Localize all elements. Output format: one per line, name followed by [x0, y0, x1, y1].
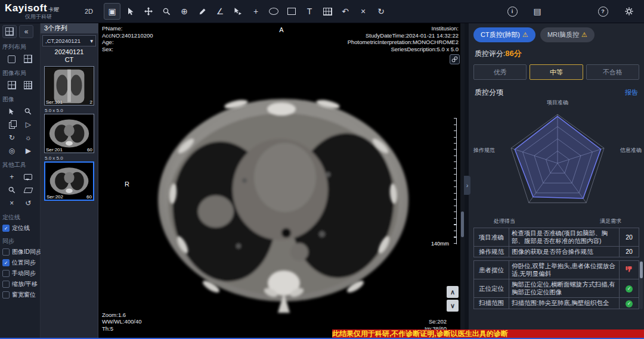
qc-panel: CT质控(肺部) ⚠ MRI脑质控 ⚠ 质控评分:86分 优秀 中等 不合格 质… [469, 23, 644, 338]
report-doc-button[interactable]: ▤ [530, 4, 545, 19]
study-selector-value: ,CT,20240121 [45, 38, 80, 44]
criterion-score: 20 [620, 247, 639, 257]
checkbox-icon [2, 225, 10, 232]
clear-tool[interactable]: × [5, 197, 19, 209]
undo-button[interactable]: ↶ [338, 4, 353, 19]
image-zoom-tool[interactable] [21, 105, 35, 117]
section-locator: 定位线 [2, 213, 38, 222]
expand-panel-button[interactable]: › [464, 176, 470, 195]
radar-label-operation: 操作规范 [473, 147, 495, 154]
toolbar-right-group: i ▤ [503, 4, 546, 19]
link-series-button[interactable] [450, 54, 460, 64]
comment-tool[interactable] [21, 171, 35, 183]
image-pointer-tool[interactable] [5, 105, 19, 117]
previous-slice-button[interactable]: ∧ [447, 286, 459, 298]
collapse-panel-button[interactable]: « [19, 25, 33, 38]
copy-icon [9, 122, 15, 129]
image-layout-3x3-button[interactable] [21, 79, 35, 91]
criterion-name: 扫描范围 [474, 298, 509, 309]
criterion-score: 20 [620, 228, 639, 247]
window-icon [5, 27, 14, 36]
add-annotation-tool[interactable]: + [248, 4, 264, 19]
image-count: 60 [86, 194, 92, 200]
tab-mri-brain-qc[interactable]: MRI脑质控 ⚠ [540, 27, 595, 42]
angle-tool[interactable]: ∠ [212, 4, 228, 19]
crosshair-tool[interactable]: ⊕ [177, 4, 192, 19]
sync-position-checkbox[interactable]: 位置同步 [0, 257, 40, 268]
table-row: 正位定位 胸部正位定位,横断面螺旋方式扫描,有胸部正位定位图像 [474, 279, 639, 298]
restore-tool[interactable]: ↺ [21, 197, 35, 209]
locator-line-checkbox[interactable]: 定位线 [0, 223, 40, 234]
checkbox-icon [2, 259, 10, 266]
help-button[interactable]: ? [595, 4, 611, 19]
info-button[interactable]: i [504, 4, 520, 19]
cell-grid-tool[interactable] [320, 4, 335, 19]
table-scrollbar-thumb[interactable] [640, 262, 643, 278]
layout-preset-icon[interactable]: ▣ [104, 3, 120, 20]
rotate-tool[interactable]: ↻ [5, 132, 19, 144]
brand-name-cn: 卡耀 [48, 7, 59, 13]
settings-button[interactable] [621, 4, 637, 19]
brightness-tool[interactable]: ☼ [21, 132, 35, 144]
rect-roi-tool[interactable] [284, 4, 299, 19]
delete-annotation-tool[interactable]: × [355, 4, 371, 19]
ellipse-roi-tool[interactable] [266, 4, 281, 19]
report-link[interactable]: 报告 [625, 88, 638, 97]
criterion-desc: 检查项目是否准确(项目如脑部、胸部、腹部是否在标准的范围内容) [509, 228, 620, 247]
qc-score-row: 质控评分:86分 [475, 48, 638, 59]
slice-thickness: Th:5 [102, 325, 142, 332]
next-slice-button[interactable]: ∨ [447, 300, 459, 312]
add-tool[interactable]: + [5, 171, 19, 183]
series-thumbnail-101[interactable]: Ser:101 2 [44, 66, 94, 105]
reset-tool[interactable]: ↻ [373, 4, 389, 19]
eraser-icon [23, 188, 33, 193]
grade-medium-button[interactable]: 中等 [530, 64, 583, 80]
pencil-tool[interactable] [194, 4, 210, 19]
sync-zoom-pan-checkbox[interactable]: 缩放/平移 [0, 279, 40, 290]
eraser-tool[interactable] [21, 184, 35, 196]
trigger-pointer-tool[interactable] [230, 4, 246, 19]
layout-grid-icon [8, 81, 16, 89]
search-tool[interactable] [5, 184, 19, 196]
pointer-tool[interactable] [123, 4, 138, 19]
zoom-factor: Zoom:1.6 [102, 312, 142, 319]
brand-name: Kayisoft [5, 2, 47, 14]
grade-fail-button[interactable]: 不合格 [586, 64, 639, 80]
target-settings-tool[interactable]: ◎ [5, 145, 19, 157]
table-row: 患者摆位 仰卧位,双臂上举抱头,患者体位摆放合适,无明显偏斜 [474, 261, 639, 279]
disclaimer-banner: 此结果仅用于科研,不作诊断证明,诊断以医生出具的诊断 [332, 329, 644, 338]
text-annotation-tool[interactable]: T [302, 4, 317, 19]
series-thumbnail-201[interactable]: Ser:201 60 [44, 114, 94, 153]
pan-tool[interactable] [141, 4, 156, 19]
send-image-tool[interactable]: ▷ [21, 119, 35, 130]
tab-ct-lung-qc[interactable]: CT质控(肺部) ⚠ [473, 27, 535, 42]
cine-play-button[interactable]: ▶ [21, 145, 35, 157]
image-layout-2x2-button[interactable] [5, 79, 19, 91]
grade-excellent-button[interactable]: 优秀 [473, 64, 527, 80]
series-thumbnail-202[interactable]: Ser:202 60 [44, 161, 94, 201]
patient-sex: Sex: [102, 46, 153, 53]
sync-manual-checkbox[interactable]: 手动同步 [0, 268, 40, 279]
qc-score-value: 86分 [505, 49, 521, 58]
scrollbar-thumb[interactable] [461, 212, 464, 237]
study-selector[interactable]: ,CT,20240121 ▾ [42, 35, 96, 46]
panel-window-icon[interactable] [2, 25, 17, 38]
series-count-header: 3个序列 [41, 23, 98, 33]
layout-2x2-button[interactable] [21, 53, 35, 65]
collapse-icon: « [24, 27, 29, 36]
copy-image-tool[interactable] [5, 119, 19, 130]
layout-1x1-button[interactable] [5, 53, 19, 65]
series-number: Ser:201 [46, 147, 63, 153]
series-description: SeriesDescription:5.0 x 5.0 [348, 46, 459, 53]
main-image-viewport[interactable]: PName: AccNO:2401210200 Age: Sex: Instit… [98, 23, 465, 338]
slice-scroll-buttons: ∧ ∨ [447, 286, 459, 312]
sync-window-level-checkbox[interactable]: 窗宽窗位 [0, 290, 40, 300]
check-pass-icon [626, 285, 633, 293]
sync-image-id-checkbox[interactable]: 图像ID同步 [0, 247, 40, 257]
qc-subscores-title: 质控分项 [475, 88, 503, 98]
table-row: 操作规范 图像的获取是否符合操作规范 20 [474, 247, 639, 257]
table-scrollbar[interactable] [640, 260, 643, 309]
zoom-tool[interactable] [159, 4, 174, 19]
study-date: 20240121 [41, 48, 98, 56]
study-modality: CT [41, 56, 98, 64]
